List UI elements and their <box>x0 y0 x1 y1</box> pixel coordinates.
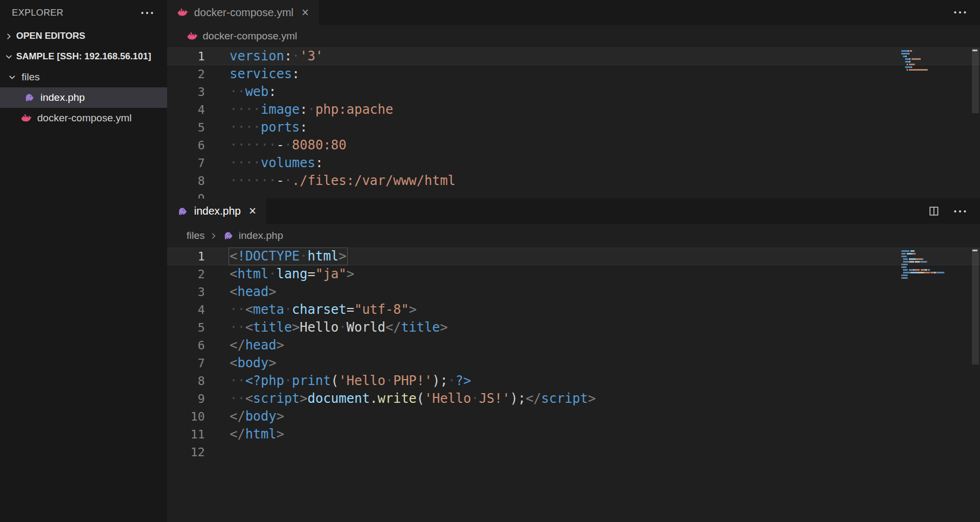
code-line[interactable]: 6</head> <box>167 336 980 354</box>
workspace-section[interactable]: SAMPLE [SSH: 192.168.56.101] <box>0 46 167 67</box>
line-number[interactable]: 4 <box>167 101 205 119</box>
line-number[interactable]: 7 <box>167 354 205 372</box>
editor-group-top: docker-compose.yml × docker-compose.yml … <box>167 0 980 198</box>
scrollbar[interactable] <box>970 47 980 198</box>
line-number[interactable]: 7 <box>167 154 205 172</box>
code-line[interactable]: 10</body> <box>167 408 980 425</box>
line-number[interactable]: 11 <box>167 425 205 443</box>
code-editor[interactable]: 1<!DOCTYPE·html>2<html·lang="ja">3<head>… <box>167 248 980 461</box>
code-text: ····image:·php:apache <box>205 101 393 119</box>
code-editor[interactable]: 1version:·'3'2services:3··web:4····image… <box>167 47 980 198</box>
code-line[interactable]: 4····image:·php:apache <box>167 101 980 119</box>
chevron-right-icon <box>4 32 13 41</box>
code-line[interactable]: 5····ports: <box>167 119 980 136</box>
code-text: <html·lang="ja"> <box>205 265 354 283</box>
code-line[interactable]: 3··web: <box>167 83 980 101</box>
minimap[interactable] <box>901 50 966 74</box>
chevron-right-icon <box>209 231 218 241</box>
line-number[interactable]: 10 <box>167 408 205 425</box>
line-number[interactable]: 9 <box>167 190 205 198</box>
line-number[interactable]: 4 <box>167 301 205 319</box>
code-line[interactable]: 11</html> <box>167 425 980 443</box>
line-number[interactable]: 8 <box>167 172 205 190</box>
line-number[interactable]: 12 <box>167 443 205 461</box>
line-number[interactable]: 5 <box>167 119 205 136</box>
file-tree: filesindex.phpdocker-compose.yml <box>0 67 167 128</box>
code-text: ··<script>document.write('Hello·JS!');</… <box>205 390 596 408</box>
more-actions-icon[interactable] <box>953 11 967 13</box>
code-line[interactable]: 1<!DOCTYPE·html> <box>167 248 980 265</box>
minimap[interactable] <box>901 250 966 282</box>
code-text: <head> <box>205 283 277 301</box>
line-number[interactable]: 6 <box>167 136 205 154</box>
editor-docker-compose: 1version:·'3'2services:3··web:4····image… <box>167 47 980 198</box>
split-editor-icon[interactable] <box>928 205 940 217</box>
close-icon[interactable]: × <box>246 205 259 217</box>
code-text: </body> <box>205 408 284 425</box>
breadcrumb[interactable]: filesindex.php <box>167 224 980 248</box>
code-line[interactable]: 2<html·lang="ja"> <box>167 265 980 283</box>
breadcrumb-item[interactable]: index.php <box>239 230 283 242</box>
line-number[interactable]: 1 <box>167 47 205 65</box>
code-line[interactable]: 7<body> <box>167 354 980 372</box>
tab-docker-compose-yml[interactable]: docker-compose.yml × <box>167 0 319 25</box>
chevron-down-icon <box>8 73 17 82</box>
code-line[interactable]: 9··<script>document.write('Hello·JS!');<… <box>167 390 980 408</box>
tab-index-php[interactable]: index.php × <box>167 198 266 224</box>
line-number[interactable]: 3 <box>167 83 205 101</box>
open-editors-section[interactable]: OPEN EDITORS <box>0 26 167 46</box>
code-line[interactable]: 2services: <box>167 65 980 83</box>
php-icon <box>223 230 234 242</box>
php-icon <box>177 205 189 217</box>
code-line[interactable]: 8······-·./files:/var/www/html <box>167 172 980 190</box>
breadcrumb-item[interactable]: files <box>187 230 205 242</box>
more-actions-icon[interactable] <box>953 210 967 212</box>
code-line[interactable]: 12 <box>167 443 980 461</box>
docker-icon <box>177 6 189 18</box>
editor-group-bottom: index.php × filesindex.php 1<!DOCTYPE·ht… <box>167 198 980 522</box>
editor-index-php: 1<!DOCTYPE·html>2<html·lang="ja">3<head>… <box>167 248 980 522</box>
code-text: ··<?php·print('Hello·PHP!');·?> <box>205 372 471 390</box>
docker-icon <box>187 30 198 42</box>
code-text: ··<title>Hello·World</title> <box>205 319 448 336</box>
code-text: version:·'3' <box>205 47 323 65</box>
code-line[interactable]: 1version:·'3' <box>167 47 980 65</box>
line-number[interactable]: 1 <box>167 248 205 265</box>
scrollbar[interactable] <box>970 248 980 522</box>
line-number[interactable]: 5 <box>167 319 205 336</box>
line-number[interactable]: 6 <box>167 336 205 354</box>
code-text: ··<meta·charset="utf-8"> <box>205 301 417 319</box>
tree-item-docker-compose-yml[interactable]: docker-compose.yml <box>0 108 167 128</box>
line-number[interactable]: 9 <box>167 390 205 408</box>
tree-item-files[interactable]: files <box>0 67 167 87</box>
tab-label: index.php <box>194 205 241 217</box>
tree-item-index-php[interactable]: index.php <box>0 87 167 108</box>
code-line[interactable]: 6······-·8080:80 <box>167 136 980 154</box>
code-text: </head> <box>205 336 284 354</box>
scrollbar-slider[interactable] <box>972 49 979 113</box>
code-line[interactable]: 3<head> <box>167 283 980 301</box>
editor-actions-top <box>953 0 967 25</box>
line-number[interactable]: 2 <box>167 265 205 283</box>
code-line[interactable]: 4··<meta·charset="utf-8"> <box>167 301 980 319</box>
workspace-label: SAMPLE [SSH: 192.168.56.101] <box>16 51 151 62</box>
close-icon[interactable]: × <box>299 6 312 19</box>
explorer-more-icon[interactable] <box>140 12 154 14</box>
line-number[interactable]: 2 <box>167 65 205 83</box>
line-number[interactable]: 8 <box>167 372 205 390</box>
scrollbar-slider[interactable] <box>972 249 979 365</box>
code-line[interactable]: 9 <box>167 190 980 198</box>
code-text: ······-·./files:/var/www/html <box>205 172 456 190</box>
code-line[interactable]: 5··<title>Hello·World</title> <box>167 319 980 336</box>
code-text <box>205 190 230 198</box>
code-text: <body> <box>205 354 277 372</box>
code-line[interactable]: 8··<?php·print('Hello·PHP!');·?> <box>167 372 980 390</box>
vscode-window: EXPLORER OPEN EDITORS SAMPLE [SSH: 192.1… <box>0 0 980 522</box>
line-number[interactable]: 3 <box>167 283 205 301</box>
tab-label: docker-compose.yml <box>194 6 294 19</box>
breadcrumb[interactable]: docker-compose.yml <box>167 25 980 47</box>
breadcrumb-item[interactable]: docker-compose.yml <box>203 30 297 42</box>
code-line[interactable]: 7····volumes: <box>167 154 980 172</box>
explorer-title: EXPLORER <box>12 8 64 18</box>
code-text: ······-·8080:80 <box>205 136 347 154</box>
